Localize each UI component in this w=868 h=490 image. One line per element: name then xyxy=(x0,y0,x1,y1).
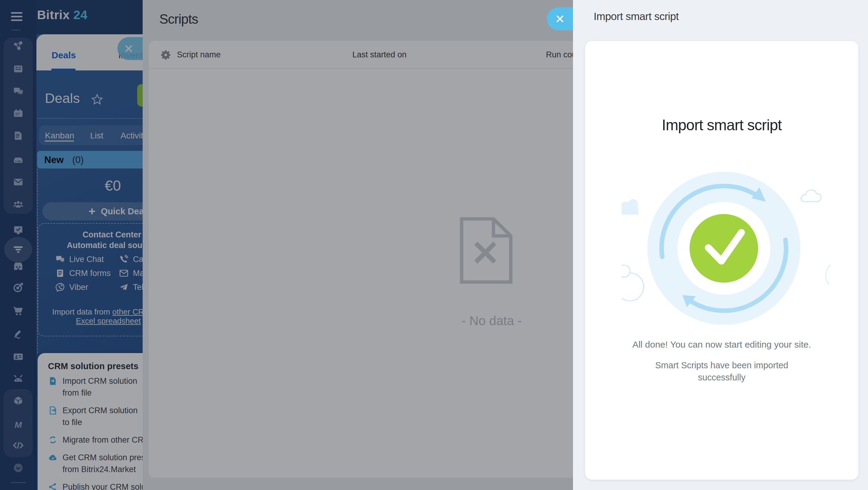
bitrix24-app: M Bitrix 24 Deals Inventory Deals Kanban… xyxy=(0,0,868,490)
import-smart-script-panel: Import smart script Import smart script xyxy=(573,0,868,490)
import-success-message: Smart Scripts have been imported success… xyxy=(585,359,858,384)
import-result-heading: Import smart script xyxy=(585,116,858,134)
import-done-message: All done! You can now start editing your… xyxy=(585,339,858,350)
import-result-card: Import smart script xyxy=(585,41,858,480)
import-success-illustration xyxy=(600,165,843,338)
import-panel-title: Import smart script xyxy=(594,10,679,23)
